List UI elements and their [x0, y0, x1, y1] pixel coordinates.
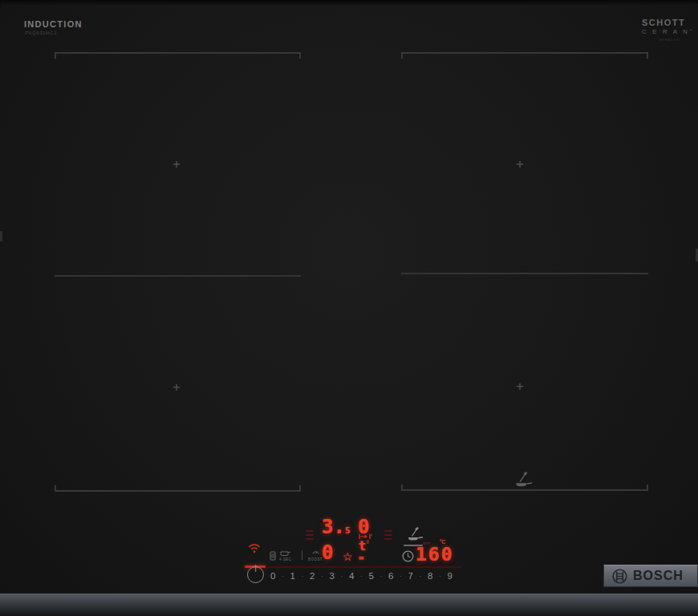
glass-surface [0, 0, 698, 594]
zone-left-middle-line [55, 275, 301, 277]
zone-front-right-marker: + [516, 379, 524, 393]
level-key-2[interactable]: 2 [310, 571, 315, 581]
slider-guide-line [267, 566, 461, 568]
bosch-logo-text: BOSCH [633, 569, 684, 583]
hold-four-sec-hint: 4 SEC [279, 549, 291, 561]
level-dot: · [360, 572, 363, 581]
bosch-anchor-icon [612, 569, 627, 584]
ceran-line: C E R A N® [642, 29, 694, 35]
level-key-6[interactable]: 6 [388, 571, 393, 581]
level-dot: · [400, 572, 402, 581]
registered-mark: ® [689, 28, 694, 32]
power-level-bars-right-icon [384, 530, 392, 542]
level-key-5[interactable]: 5 [369, 571, 374, 581]
child-lock-icon [270, 549, 276, 564]
display-front-right-underline: = [359, 553, 364, 562]
level-dot: · [321, 572, 323, 581]
zone-right-middle-line [401, 273, 648, 274]
level-key-9[interactable]: 9 [448, 571, 452, 581]
level-dot: · [439, 572, 441, 581]
zone-front-left-marker: + [172, 380, 181, 394]
level-dot: · [419, 572, 421, 581]
top-bezel [0, 0, 698, 6]
display-front-right-cluster: t8 = [359, 533, 372, 562]
schott-ceran-logo: SCHOTT C E R A N® MIRADUR [642, 18, 694, 42]
timer-display: 160 [416, 545, 454, 564]
level-dot: · [301, 572, 303, 581]
zone-back-left-marker: + [172, 157, 181, 171]
model-number: PVQ631HC1 [25, 30, 57, 35]
schott-line: SCHOTT [642, 18, 694, 27]
power-level-slider[interactable]: 0 · 1 · 2 · 3 · 4 · 5 · 6 · 7 · 8 · 9 [270, 569, 452, 582]
level-dot: · [340, 572, 343, 581]
level-key-8[interactable]: 8 [428, 571, 432, 581]
display-front-right-sub: 8 [366, 539, 369, 545]
hold-four-sec-label: 4 SEC [279, 557, 291, 561]
induction-hob: INDUCTION PVQ631HC1 SCHOTT C E R A N® MI… [0, 0, 698, 616]
level-key-3[interactable]: 3 [330, 571, 335, 581]
pot-icon [280, 549, 290, 556]
zone-back-right-marker: + [516, 157, 524, 171]
level-key-1[interactable]: 1 [290, 571, 295, 581]
level-key-7[interactable]: 7 [408, 571, 413, 581]
display-front-right-symbol: t [359, 539, 366, 553]
favorite-star-key[interactable]: ☆ [343, 551, 353, 562]
level-key-4[interactable]: 4 [349, 571, 354, 581]
boost-icon [312, 549, 319, 556]
boost-hint: BOOST [308, 549, 323, 561]
boost-label: BOOST [308, 557, 323, 561]
level-dot: · [379, 572, 382, 581]
frying-sensor-zone-icon [513, 470, 533, 492]
display-back-left-decimal: 5 [345, 525, 351, 536]
power-button[interactable] [247, 566, 264, 583]
power-level-bars-left-icon [306, 530, 314, 542]
level-key-0[interactable]: 0 [270, 571, 275, 581]
hint-divider [302, 550, 302, 560]
zone-front-left-bottom-line [55, 484, 301, 492]
left-edge-reflection [0, 231, 2, 241]
zone-back-right-top-line [401, 52, 648, 60]
display-back-left-power: 3.5 [322, 517, 351, 537]
zone-back-left-top-line [55, 52, 301, 60]
induction-label: INDUCTION [24, 19, 83, 29]
level-dot: · [282, 572, 284, 581]
bosch-logo-badge: BOSCH [603, 565, 698, 587]
front-trim-strip [0, 593, 698, 616]
schott-subtext: MIRADUR [642, 38, 694, 42]
timer-clock-icon[interactable] [402, 550, 414, 565]
wifi-icon [248, 542, 261, 557]
display-front-left-power: 0 [322, 543, 333, 562]
